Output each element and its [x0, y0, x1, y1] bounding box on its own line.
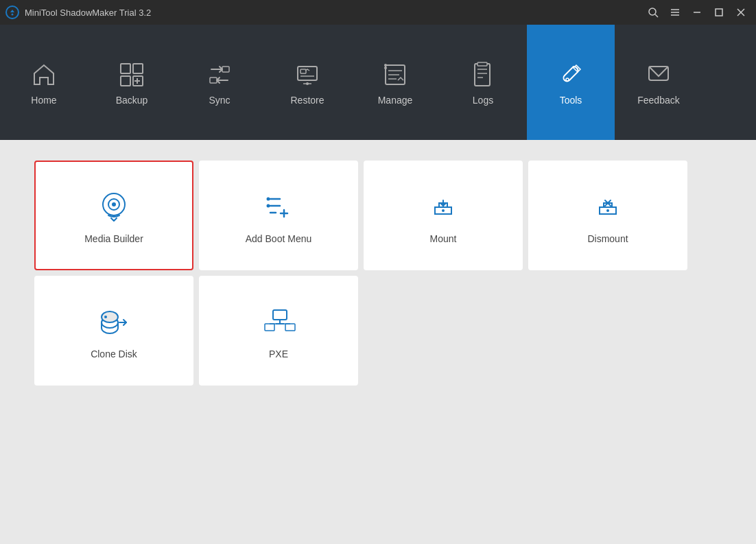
media-builder-icon	[95, 187, 133, 225]
tool-clone-disk[interactable]: Clone Disk	[34, 276, 193, 386]
nav-sync-label: Sync	[209, 95, 230, 106]
svg-rect-16	[222, 67, 229, 72]
svg-point-50	[606, 209, 609, 212]
clone-disk-label: Clone Disk	[91, 348, 137, 359]
tool-media-builder[interactable]: Media Builder	[34, 161, 193, 270]
main-content: Media Builder Add Boot Menu	[0, 140, 756, 544]
nav-manage-label: Manage	[378, 95, 413, 106]
nav-home[interactable]: Home	[0, 25, 88, 140]
pxe-icon	[259, 302, 298, 340]
nav-sync[interactable]: Sync	[176, 25, 263, 140]
svg-rect-56	[273, 310, 287, 320]
menu-button[interactable]	[665, 3, 685, 22]
search-button[interactable]	[643, 3, 663, 22]
maximize-button[interactable]	[709, 3, 729, 22]
tool-add-boot-menu[interactable]: Add Boot Menu	[199, 161, 358, 270]
tool-grid: Media Builder Add Boot Menu	[34, 161, 722, 386]
mount-label: Mount	[430, 233, 457, 244]
svg-point-2	[649, 8, 656, 15]
svg-rect-59	[265, 324, 274, 331]
nav-tools-label: Tools	[560, 95, 582, 106]
tool-row-2: Clone Disk	[34, 276, 722, 386]
close-button[interactable]	[731, 3, 751, 22]
svg-rect-11	[121, 64, 130, 73]
nav-feedback[interactable]: Feedback	[615, 25, 702, 140]
window-controls	[643, 3, 751, 22]
svg-point-42	[267, 204, 270, 208]
titlebar: MiniTool ShadowMaker Trial 3.2	[0, 0, 756, 25]
svg-point-28	[384, 64, 387, 67]
nav-home-label: Home	[31, 95, 56, 106]
dismount-label: Dismount	[587, 233, 628, 244]
add-boot-menu-icon	[259, 187, 298, 225]
svg-point-34	[566, 78, 569, 81]
nav-feedback-label: Feedback	[637, 95, 679, 106]
backup-icon	[116, 59, 147, 91]
svg-rect-8	[716, 9, 722, 16]
tool-row-1: Media Builder Add Boot Menu	[34, 161, 722, 270]
pxe-label: PXE	[269, 348, 288, 359]
svg-rect-60	[285, 324, 295, 331]
svg-point-46	[442, 209, 445, 212]
navbar: Home Backup Sync	[0, 25, 756, 140]
clone-disk-icon	[95, 302, 133, 340]
dismount-icon	[589, 187, 627, 225]
logs-icon	[467, 59, 499, 91]
svg-point-54	[104, 316, 107, 318]
minimize-button[interactable]	[687, 3, 707, 22]
restore-icon	[292, 59, 323, 91]
svg-point-40	[267, 198, 270, 201]
feedback-icon	[643, 59, 674, 91]
nav-backup[interactable]: Backup	[88, 25, 176, 140]
mount-icon	[424, 187, 462, 225]
svg-point-27	[384, 67, 387, 69]
svg-rect-33	[477, 62, 487, 66]
svg-rect-18	[300, 69, 306, 73]
tool-mount[interactable]: Mount	[364, 161, 523, 270]
svg-point-53	[102, 311, 118, 322]
nav-restore-label: Restore	[290, 95, 324, 106]
tool-dismount[interactable]: Dismount	[528, 161, 687, 270]
svg-rect-15	[210, 78, 217, 83]
svg-line-3	[655, 14, 658, 17]
manage-icon	[379, 59, 411, 91]
nav-restore[interactable]: Restore	[263, 25, 351, 140]
nav-logs[interactable]: Logs	[439, 25, 527, 140]
svg-rect-12	[133, 64, 143, 73]
svg-rect-13	[121, 76, 130, 86]
app-logo	[5, 5, 19, 19]
svg-point-38	[112, 202, 116, 206]
nav-logs-label: Logs	[473, 95, 493, 106]
sync-icon	[204, 59, 235, 91]
tool-pxe[interactable]: PXE	[199, 276, 358, 386]
app-title: MiniTool ShadowMaker Trial 3.2	[25, 8, 643, 18]
svg-rect-29	[475, 64, 490, 86]
nav-manage[interactable]: Manage	[351, 25, 439, 140]
nav-backup-label: Backup	[116, 95, 148, 106]
svg-point-1	[12, 14, 14, 16]
tools-icon	[555, 59, 587, 91]
add-boot-menu-label: Add Boot Menu	[246, 233, 312, 244]
nav-tools[interactable]: Tools	[527, 25, 615, 140]
media-builder-label: Media Builder	[84, 233, 143, 244]
home-icon	[28, 59, 60, 91]
